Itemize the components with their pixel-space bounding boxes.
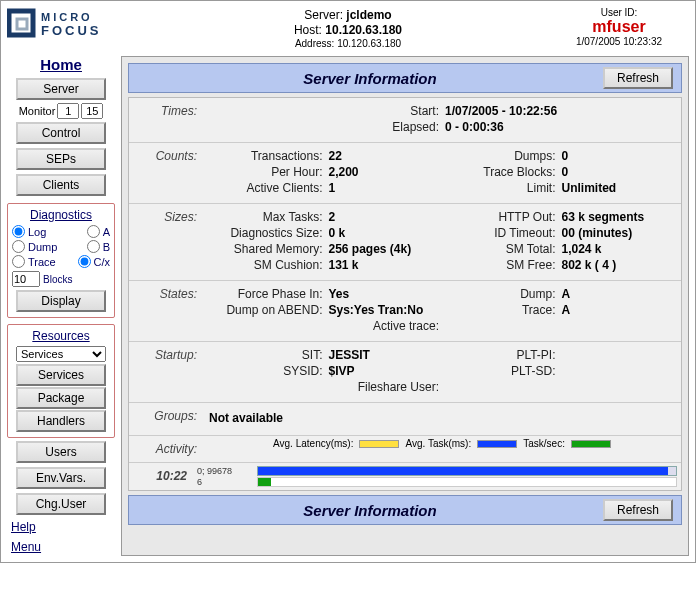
svg-rect-1 [17, 19, 27, 29]
display-button[interactable]: Display [16, 290, 106, 312]
transactions-value: 22 [329, 149, 443, 163]
resources-title: Resources [12, 329, 110, 343]
dump-value: A [562, 287, 676, 301]
groups-value: Not available [209, 407, 675, 429]
forcephase-value: Yes [329, 287, 443, 301]
httpout-value: 63 k segments [562, 210, 676, 224]
states-label: States: [129, 281, 203, 341]
smcushion-value: 131 k [329, 258, 443, 272]
users-button[interactable]: Users [16, 441, 106, 463]
svg-text:MICRO: MICRO [41, 11, 93, 23]
sysid-value: $IVP [329, 364, 443, 378]
control-button[interactable]: Control [16, 122, 106, 144]
monitor-input-a[interactable] [57, 103, 79, 119]
header-bar-top: Server Information Refresh [128, 63, 682, 93]
diag-cx-radio[interactable] [78, 255, 91, 268]
idtimeout-value: 00 (minutes) [562, 226, 676, 240]
diagnostics-panel: Diagnostics Log A Dump B Trace C/x Block… [7, 203, 115, 318]
help-link[interactable]: Help [11, 520, 36, 534]
startup-label: Startup: [129, 342, 203, 402]
resources-panel: Resources Services Services Package Hand… [7, 324, 115, 438]
diagnostics-title: Diagnostics [12, 208, 110, 222]
smfree-value: 802 k ( 4 ) [562, 258, 676, 272]
activity-bar-2 [257, 477, 677, 487]
trace-value: A [562, 303, 676, 317]
sharedmem-value: 256 pages (4k) [329, 242, 443, 256]
groups-label: Groups: [129, 403, 203, 435]
activity-scale-1: 0; 99678 [197, 466, 253, 476]
sizes-label: Sizes: [129, 204, 203, 280]
smtotal-value: 1,024 k [562, 242, 676, 256]
host: 10.120.63.180 [325, 23, 402, 37]
sidebar: Home Server Monitor Control SEPs Clients… [7, 56, 115, 556]
tasksec-swatch [571, 440, 611, 448]
elapsed-value: 0 - 0:00:36 [445, 120, 675, 134]
page-title-bottom: Server Information [137, 502, 603, 519]
task-swatch [477, 440, 517, 448]
chguser-button[interactable]: Chg.User [16, 493, 106, 515]
activity-bar-1 [257, 466, 677, 476]
diag-trace-radio[interactable] [12, 255, 25, 268]
activity-scale-2: 6 [197, 477, 253, 487]
limit-value: Unlimited [562, 181, 676, 195]
monitor-label: Monitor [19, 105, 56, 117]
refresh-button-top[interactable]: Refresh [603, 67, 673, 89]
maxtasks-value: 2 [329, 210, 443, 224]
pltsd-value [562, 364, 676, 378]
envvars-button[interactable]: Env.Vars. [16, 467, 106, 489]
timestamp: 1/07/2005 10:23:32 [549, 36, 689, 47]
clients-button[interactable]: Clients [16, 174, 106, 196]
counts-label: Counts: [129, 143, 203, 203]
address: 10.120.63.180 [337, 38, 401, 49]
fileshare-value [445, 380, 675, 394]
logo: MICRO FOCUS [7, 7, 147, 41]
sit-value: JESSIT [329, 348, 443, 362]
activity-time: 10:22 [129, 463, 193, 490]
package-button[interactable]: Package [16, 387, 106, 409]
user-id: mfuser [549, 18, 689, 36]
latency-swatch [359, 440, 399, 448]
server-name: jcldemo [346, 8, 391, 22]
diag-a-radio[interactable] [87, 225, 100, 238]
times-label: Times: [129, 98, 203, 142]
refresh-button-bottom[interactable]: Refresh [603, 499, 673, 521]
svg-rect-0 [9, 11, 33, 35]
diag-log-radio[interactable] [12, 225, 25, 238]
diag-dump-radio[interactable] [12, 240, 25, 253]
diag-b-radio[interactable] [87, 240, 100, 253]
page-title: Server Information [137, 70, 603, 87]
activity-legend: Avg. Latency(ms): Avg. Task(ms): Task/se… [207, 438, 677, 449]
diagsize-value: 0 k [329, 226, 443, 240]
seps-button[interactable]: SEPs [16, 148, 106, 170]
blocks-input[interactable] [12, 271, 40, 287]
traceblocks-value: 0 [562, 165, 676, 179]
start-value: 1/07/2005 - 10:22:56 [445, 104, 675, 118]
blocks-label: Blocks [43, 274, 72, 285]
svg-text:FOCUS: FOCUS [41, 23, 102, 38]
dumps-value: 0 [562, 149, 676, 163]
pltpi-value [562, 348, 676, 362]
home-link[interactable]: Home [40, 56, 82, 73]
activity-label: Activity: [129, 436, 203, 462]
content: Server Information Refresh Times: Start:… [121, 56, 689, 556]
dumponabend-value: Sys:Yes Tran:No [329, 303, 443, 317]
activeclients-value: 1 [329, 181, 443, 195]
handlers-button[interactable]: Handlers [16, 410, 106, 432]
resources-select[interactable]: Services [16, 346, 106, 362]
header-right: User ID: mfuser 1/07/2005 10:23:32 [549, 7, 689, 47]
header-bar-bottom: Server Information Refresh [128, 495, 682, 525]
perhour-value: 2,200 [329, 165, 443, 179]
info-block: Times: Start:1/07/2005 - 10:22:56 Elapse… [128, 97, 682, 491]
menu-link[interactable]: Menu [11, 540, 41, 554]
services-button[interactable]: Services [16, 364, 106, 386]
server-button[interactable]: Server [16, 78, 106, 100]
monitor-input-b[interactable] [81, 103, 103, 119]
activetrace-value [445, 319, 675, 333]
header-center: Server: jcldemo Host: 10.120.63.180 Addr… [157, 7, 539, 50]
